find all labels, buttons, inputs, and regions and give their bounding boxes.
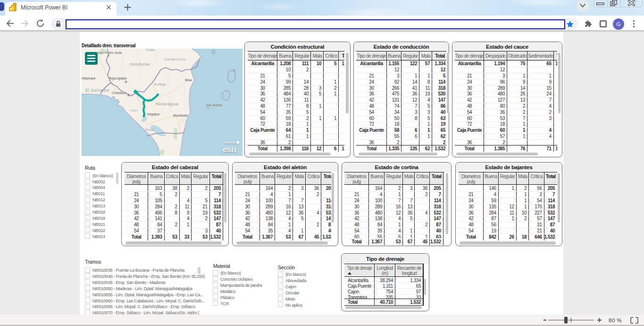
svg-text:Nicaragua: Nicaragua xyxy=(156,101,178,106)
svg-text:Juigalpa: Juigalpa xyxy=(147,112,159,116)
svg-text:Honduras: Honduras xyxy=(130,62,150,67)
svg-text:El Salvador: El Salvador xyxy=(85,88,110,93)
svg-text:Choluteca: Choluteca xyxy=(112,91,126,94)
svg-text:Rivas: Rivas xyxy=(145,128,154,131)
svg-text:Jinotega: Jinotega xyxy=(153,83,166,86)
svg-text:León: León xyxy=(130,109,138,112)
svg-text:San Andrés: San Andrés xyxy=(206,103,223,107)
svg-text:Bilwi: Bilwi xyxy=(185,78,192,82)
svg-text:istepeque: istepeque xyxy=(82,77,96,80)
svg-text:Tegucigalpa: Tegucigalpa xyxy=(109,76,126,80)
svg-text:Colón: Colón xyxy=(146,49,155,52)
svg-text:Gracias a Dios: Gracias a Dios xyxy=(164,58,186,61)
svg-text:Bluefields: Bluefields xyxy=(173,113,188,118)
svg-text:San Pedro Sula: San Pedro Sula xyxy=(98,51,121,55)
svg-text:esri: esri xyxy=(223,145,236,154)
